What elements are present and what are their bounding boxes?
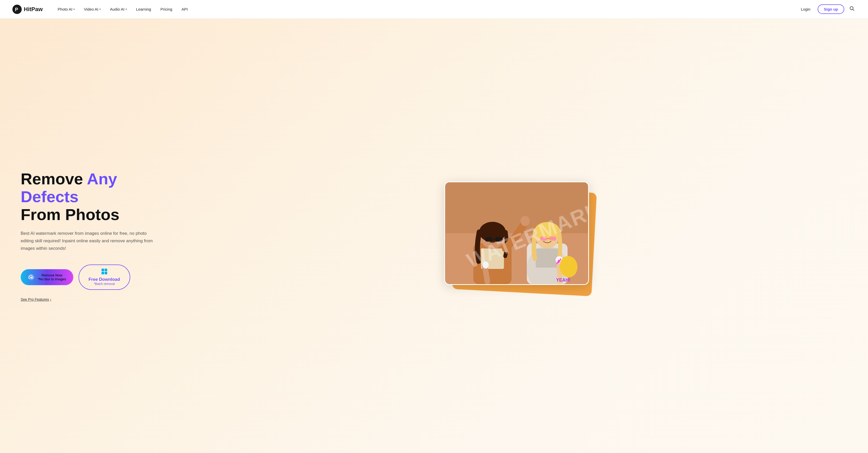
svg-text:P: P xyxy=(15,7,18,12)
chevron-down-icon: ▾ xyxy=(126,8,127,10)
navbar: P HitPaw Photo AI ▾ Video AI ▾ Audio AI … xyxy=(0,0,868,19)
free-download-button[interactable]: Free Download *Batch removal xyxy=(79,264,130,290)
nav-right: Login Sign up xyxy=(798,4,856,14)
remove-now-text: Remove Now *No blur to images xyxy=(38,273,66,281)
svg-text:YEAH!: YEAH! xyxy=(556,278,570,283)
nav-api[interactable]: API xyxy=(177,5,192,13)
login-button[interactable]: Login xyxy=(798,5,813,13)
signup-button[interactable]: Sign up xyxy=(817,4,844,14)
nav-photo-ai[interactable]: Photo AI ▾ xyxy=(53,5,79,13)
search-icon xyxy=(849,6,855,11)
hero-buttons: Remove Now *No blur to images Free Downl… xyxy=(21,264,176,290)
hero-right: P HitPaw xyxy=(191,171,847,301)
download-text: Free Download *Batch removal xyxy=(89,277,120,286)
upload-cloud-icon xyxy=(28,274,35,281)
hero-title: Remove Any Defects From Photos xyxy=(21,170,176,224)
nav-pricing[interactable]: Pricing xyxy=(156,5,177,13)
chevron-down-icon: ▾ xyxy=(73,8,75,10)
nav-audio-ai[interactable]: Audio AI ▾ xyxy=(105,5,131,13)
nav-video-ai[interactable]: Video AI ▾ xyxy=(79,5,105,13)
see-pro-features-link[interactable]: See Pro Features › xyxy=(21,298,51,302)
hero-image-stack: P HitPaw xyxy=(444,179,594,293)
image-main-card: P HitPaw xyxy=(444,181,589,285)
search-button[interactable] xyxy=(848,5,856,13)
nav-learning[interactable]: Learning xyxy=(131,5,156,13)
logo[interactable]: P HitPaw xyxy=(12,5,43,14)
chevron-down-icon: ▾ xyxy=(99,8,101,10)
windows-icon xyxy=(101,268,107,274)
brand-name: HitPaw xyxy=(24,6,43,13)
svg-rect-20 xyxy=(536,249,559,267)
remove-now-button[interactable]: Remove Now *No blur to images xyxy=(21,270,73,285)
hero-section: Remove Any Defects From Photos Best AI w… xyxy=(0,19,868,453)
people-illustration: YEAH! WATERMARK xyxy=(445,182,588,284)
remove-now-wrapper: Remove Now *No blur to images xyxy=(21,269,73,285)
image-placeholder: P HitPaw xyxy=(445,182,588,284)
nav-links: Photo AI ▾ Video AI ▾ Audio AI ▾ Learnin… xyxy=(53,5,798,13)
hero-subtitle: Best AI watermark remover from images on… xyxy=(21,230,155,252)
hero-left: Remove Any Defects From Photos Best AI w… xyxy=(21,170,176,302)
